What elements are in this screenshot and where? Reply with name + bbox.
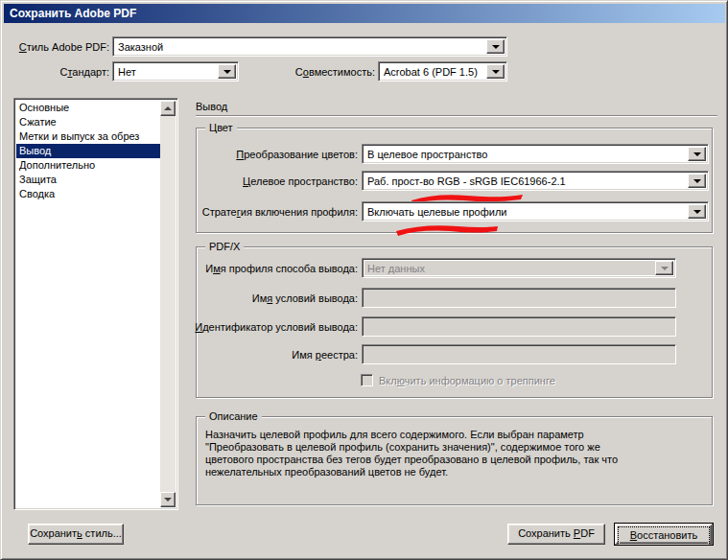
color-conversion-label: Преобразование цветов: xyxy=(145,148,358,161)
compatibility-dropdown-button[interactable] xyxy=(486,64,505,79)
save-preset-button-label: Сохранить стиль... xyxy=(30,527,122,539)
reset-button[interactable]: Восстановить xyxy=(614,523,714,546)
profile-policy-value: Включать целевые профили xyxy=(364,204,688,219)
output-intent-dropdown-button xyxy=(655,261,673,275)
destination-space-dropdown-button[interactable] xyxy=(688,174,706,188)
trapping-checkbox-label: Включить информацию о треппинге xyxy=(379,374,555,387)
save-adobe-pdf-dialog: Сохранить Adobe PDF Стиль Adobe PDF: Зак… xyxy=(0,0,728,560)
registry-name-label: Имя реестра: xyxy=(145,348,358,362)
pdfx-group-title: PDF/X xyxy=(205,241,244,253)
color-group-title: Цвет xyxy=(205,122,237,134)
sidebar-item-output[interactable]: Вывод xyxy=(16,144,160,158)
sidebar-item-marks-bleeds[interactable]: Метки и выпуск за обрез xyxy=(16,129,160,144)
dropdown-arrow-icon xyxy=(492,45,500,49)
description-group-title: Описание xyxy=(205,410,262,423)
sidebar-item-advanced[interactable]: Дополнительно xyxy=(16,158,160,173)
description-text: Назначить целевой профиль для всего соде… xyxy=(205,429,702,478)
standard-dropdown-button[interactable] xyxy=(218,64,236,79)
profile-policy-dropdown[interactable]: Включать целевые профили xyxy=(362,201,709,222)
sidebar-item-security[interactable]: Защита xyxy=(16,173,160,187)
trapping-checkbox xyxy=(361,374,373,386)
compatibility-label: Совместимость: xyxy=(270,65,375,79)
output-condition-name-label: Имя условий вывода: xyxy=(145,292,358,305)
save-preset-button[interactable]: Сохранить стиль... xyxy=(28,524,124,545)
preset-label: Стиль Adobe PDF: xyxy=(11,40,109,54)
sidebar-item-summary[interactable]: Сводка xyxy=(16,187,160,201)
color-conversion-dropdown-button[interactable] xyxy=(688,147,706,161)
sections-list: Основные Сжатие Метки и выпуск за обрез … xyxy=(16,101,160,507)
destination-space-label: Целевое пространство: xyxy=(145,175,358,188)
dropdown-arrow-icon xyxy=(223,70,231,74)
sidebar-item-general[interactable]: Основные xyxy=(16,101,160,115)
output-intent-label: Имя профиля способа вывода: xyxy=(145,262,358,275)
standard-label: Стандарт: xyxy=(11,65,109,79)
preset-dropdown[interactable]: Заказной xyxy=(112,36,507,57)
color-conversion-value: В целевое пространство xyxy=(364,147,688,161)
destination-space-dropdown[interactable]: Раб. прост-во RGB - sRGB IEC61966-2.1 xyxy=(362,171,709,191)
sidebar-item-compression[interactable]: Сжатие xyxy=(16,115,160,129)
standard-dropdown[interactable]: Нет xyxy=(112,61,239,82)
output-intent-value: Нет данных xyxy=(364,261,655,275)
preset-dropdown-button[interactable] xyxy=(486,39,505,54)
dropdown-arrow-icon xyxy=(693,210,701,214)
output-condition-id-label: Идентификатор условий вывода: xyxy=(145,320,358,334)
profile-policy-label: Стратегия включения профиля: xyxy=(145,205,358,219)
panel-heading-separator xyxy=(196,115,717,117)
scroll-up-button[interactable] xyxy=(160,101,176,116)
registry-name-field xyxy=(362,344,676,364)
window-title: Сохранить Adobe PDF xyxy=(10,7,136,20)
dropdown-arrow-icon xyxy=(693,179,701,183)
destination-space-value: Раб. прост-во RGB - sRGB IEC61966-2.1 xyxy=(364,174,688,188)
reset-button-label: Восстановить xyxy=(630,529,697,541)
dropdown-arrow-icon xyxy=(693,152,701,156)
scroll-up-icon xyxy=(164,106,172,110)
standard-dropdown-value: Нет xyxy=(115,64,218,79)
title-bar[interactable]: Сохранить Adobe PDF xyxy=(4,4,725,23)
panel-heading: Вывод xyxy=(196,100,227,113)
output-intent-dropdown: Нет данных xyxy=(362,258,676,278)
profile-policy-dropdown-button[interactable] xyxy=(688,204,706,219)
compatibility-dropdown-value: Acrobat 6 (PDF 1.5) xyxy=(381,64,486,79)
save-pdf-button[interactable]: Сохранить PDF xyxy=(507,524,605,545)
save-pdf-button-label: Сохранить PDF xyxy=(518,527,595,539)
dropdown-arrow-icon xyxy=(492,70,500,74)
scroll-down-icon xyxy=(164,498,172,502)
output-condition-id-field xyxy=(362,316,676,337)
preset-dropdown-value: Заказной xyxy=(115,39,486,54)
dropdown-arrow-icon xyxy=(661,267,669,270)
scroll-down-button[interactable] xyxy=(160,492,176,507)
color-conversion-dropdown[interactable]: В целевое пространство xyxy=(362,144,709,164)
compatibility-dropdown[interactable]: Acrobat 6 (PDF 1.5) xyxy=(378,61,507,82)
output-condition-name-field xyxy=(362,288,676,308)
